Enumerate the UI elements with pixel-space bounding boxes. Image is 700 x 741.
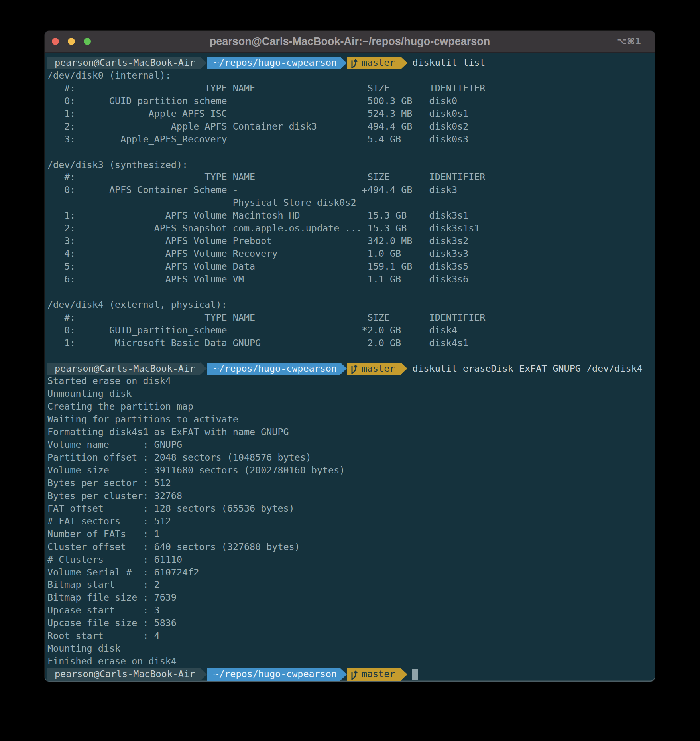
powerline-arrow-icon [200, 668, 207, 681]
terminal-line: Volume name : GNUPG [47, 439, 655, 451]
terminal-line: Partition offset : 2048 sectors (1048576… [47, 451, 655, 464]
git-branch-icon [349, 669, 358, 680]
terminal-line: Volume Serial # : 610724f2 [47, 566, 655, 579]
blank-line [47, 146, 655, 159]
git-branch-icon [349, 57, 358, 69]
terminal-line: Number of FATs : 1 [47, 528, 655, 541]
terminal-line: 3: APFS Volume Preboot 342.0 MB disk3s2 [47, 235, 655, 248]
terminal-line: 6: APFS Volume VM 1.1 GB disk3s6 [47, 273, 655, 286]
window-title: pearson@Carls-MacBook-Air:~/repos/hugo-c… [210, 35, 490, 48]
terminal-line: #: TYPE NAME SIZE IDENTIFIER [47, 82, 655, 95]
terminal-line: #: TYPE NAME SIZE IDENTIFIER [47, 311, 655, 324]
powerline-arrow-icon [401, 668, 407, 681]
powerline-arrow-icon [200, 57, 207, 69]
terminal-line: Upcase start : 3 [47, 604, 655, 617]
terminal-line: Volume size : 3911680 sectors (200278016… [47, 464, 655, 477]
prompt-path-segment: ~/repos/hugo-cwpearson [207, 668, 340, 681]
prompt-path-segment: ~/repos/hugo-cwpearson [207, 57, 340, 69]
terminal-line: Root start : 4 [47, 630, 655, 642]
terminal-line: 1: APFS Volume Macintosh HD 15.3 GB disk… [47, 209, 655, 222]
prompt-branch-segment: master [347, 668, 401, 681]
terminal-line: Bytes per sector : 512 [47, 477, 655, 490]
terminal-line: /dev/disk0 (internal): [47, 69, 655, 82]
prompt-user-segment: pearson@Carls-MacBook-Air [47, 363, 200, 375]
command-text: diskutil list [412, 57, 485, 69]
prompt-line: pearson@Carls-MacBook-Air~/repos/hugo-cw… [47, 57, 655, 69]
terminal-line: Formatting disk4s1 as ExFAT with name GN… [47, 426, 655, 439]
terminal-line: 5: APFS Volume Data 159.1 GB disk3s5 [47, 260, 655, 273]
prompt-branch-segment: master [347, 363, 401, 375]
prompt-line: pearson@Carls-MacBook-Air~/repos/hugo-cw… [47, 668, 655, 681]
powerline-arrow-icon [401, 57, 407, 69]
git-branch-icon [349, 363, 358, 374]
prompt-path-segment: ~/repos/hugo-cwpearson [207, 363, 340, 375]
prompt-branch-segment: master [347, 57, 401, 69]
powerline-arrow-icon [401, 362, 407, 375]
prompt-user-segment: pearson@Carls-MacBook-Air [47, 668, 200, 681]
terminal-line: 0: GUID_partition_scheme *2.0 GB disk4 [47, 324, 655, 337]
terminal-line: Bitmap file size : 7639 [47, 591, 655, 604]
terminal-line: Creating the partition map [47, 400, 655, 413]
terminal-line: 3: Apple_APFS_Recovery 5.4 GB disk0s3 [47, 133, 655, 146]
titlebar: pearson@Carls-MacBook-Air:~/repos/hugo-c… [45, 31, 655, 53]
terminal-line: Started erase on disk4 [47, 375, 655, 388]
command-text: diskutil eraseDisk ExFAT GNUPG /dev/disk… [412, 363, 642, 375]
terminal-line: 0: GUID_partition_scheme 500.3 GB disk0 [47, 95, 655, 108]
close-button[interactable] [52, 38, 59, 45]
zoom-button[interactable] [84, 38, 91, 45]
terminal-line: 0: APFS Container Scheme - +494.4 GB dis… [47, 184, 655, 197]
terminal-line: FAT offset : 128 sectors (65536 bytes) [47, 503, 655, 515]
terminal-line: /dev/disk3 (synthesized): [47, 159, 655, 171]
terminal-line: 2: APFS Snapshot com.apple.os.update-...… [47, 222, 655, 235]
blank-line [47, 350, 655, 363]
prompt-line: pearson@Carls-MacBook-Air~/repos/hugo-cw… [47, 363, 655, 375]
terminal-line: 4: APFS Volume Recovery 1.0 GB disk3s3 [47, 248, 655, 260]
terminal-line: Bitmap start : 2 [47, 579, 655, 591]
terminal-cursor [412, 669, 418, 680]
terminal-line: Unmounting disk [47, 388, 655, 400]
terminal-line: 1: Microsoft Basic Data GNUPG 2.0 GB dis… [47, 337, 655, 350]
terminal-line: Mounting disk [47, 642, 655, 655]
powerline-arrow-icon [340, 362, 347, 375]
window-shortcut: ⌥⌘1 [617, 31, 641, 52]
powerline-arrow-icon [340, 57, 347, 69]
terminal-line: #: TYPE NAME SIZE IDENTIFIER [47, 171, 655, 184]
terminal-window: pearson@Carls-MacBook-Air:~/repos/hugo-c… [45, 31, 655, 682]
terminal-line: Cluster offset : 640 sectors (327680 byt… [47, 541, 655, 554]
minimize-button[interactable] [68, 38, 75, 45]
prompt-user-segment: pearson@Carls-MacBook-Air [47, 57, 200, 69]
terminal-line: # Clusters : 61110 [47, 554, 655, 566]
terminal-line: /dev/disk4 (external, physical): [47, 299, 655, 311]
terminal-line: 2: Apple_APFS Container disk3 494.4 GB d… [47, 120, 655, 133]
terminal-content[interactable]: pearson@Carls-MacBook-Air~/repos/hugo-cw… [45, 53, 655, 682]
terminal-line: Waiting for partitions to activate [47, 413, 655, 426]
terminal-line: # FAT sectors : 512 [47, 515, 655, 528]
powerline-arrow-icon [340, 668, 347, 681]
window-controls [52, 31, 91, 52]
blank-line [47, 286, 655, 299]
terminal-line: Bytes per cluster: 32768 [47, 490, 655, 503]
terminal-line: Physical Store disk0s2 [47, 197, 655, 209]
terminal-line: Upcase file size : 5836 [47, 617, 655, 630]
terminal-line: Finished erase on disk4 [47, 655, 655, 668]
powerline-arrow-icon [200, 362, 207, 375]
terminal-line: 1: Apple_APFS_ISC 524.3 MB disk0s1 [47, 108, 655, 120]
